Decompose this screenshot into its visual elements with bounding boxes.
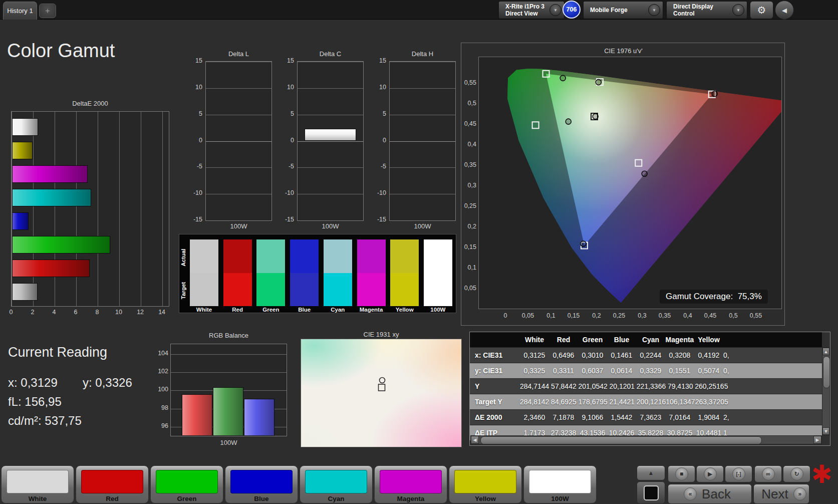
cell-value: 0,2244 <box>636 348 665 363</box>
actual-swatch <box>290 239 319 273</box>
scroll-thumb[interactable] <box>823 356 830 388</box>
refresh-icon: ↻ <box>790 467 803 480</box>
cie1976-y-tick: 0,45 <box>461 120 476 127</box>
pattern-button-red[interactable]: Red <box>76 465 149 503</box>
cell-value: 20,1201 <box>608 379 637 394</box>
cie1931-diagram <box>301 339 462 447</box>
pattern-swatch <box>529 470 591 493</box>
deltae2000-x-tick: 8 <box>91 309 103 316</box>
scroll-right-button[interactable]: ▶ <box>813 436 821 444</box>
cell-value: 0,0614 <box>607 363 636 378</box>
loop-button[interactable]: ∞ <box>754 465 782 482</box>
next-button[interactable]: Next» <box>753 484 809 504</box>
deltae2000-x-tick: 0 <box>5 309 17 316</box>
stop-button[interactable]: ■ <box>668 465 695 482</box>
cie1976-y-tick: 0,55 <box>461 79 476 86</box>
cie1931-markers <box>301 339 462 448</box>
scroll-up-button[interactable]: ▲ <box>822 348 829 355</box>
delta-y-tick: -10 <box>278 189 294 196</box>
pattern-button-100w[interactable]: 100W <box>523 465 597 503</box>
source-label: Mobile Forge <box>586 7 648 14</box>
cell-value-clipped: 0, <box>723 363 822 378</box>
scroll-thumb[interactable] <box>480 436 762 444</box>
table-horizontal-scrollbar[interactable]: ◀▶ <box>470 435 822 444</box>
delta-y-tick: -5 <box>186 163 202 170</box>
meter-reading-badge: 706 <box>563 1 581 19</box>
pattern-button-white[interactable]: White <box>1 465 74 503</box>
cie1976-y-tick: 0,3 <box>461 182 476 189</box>
cell-value: 7,1878 <box>549 410 578 425</box>
table-row: ΔE 20002,34607,18789,10661,54427,36237,0… <box>470 409 822 425</box>
delta-x-label: 100W <box>297 222 364 230</box>
step-button[interactable]: [-] <box>725 465 752 482</box>
cell-value: 201,0542 <box>578 379 607 394</box>
actual-swatch <box>357 239 386 273</box>
display-control-label: Direct Display Control <box>669 3 732 18</box>
pattern-window-button[interactable]: ■ <box>637 481 665 504</box>
swatch-column-blue: Blue <box>290 234 319 314</box>
table-row: Y284,714457,8442201,054220,1201221,33667… <box>470 378 822 394</box>
rgb-y-tick: 96 <box>153 422 168 429</box>
chevron-down-icon[interactable]: ▼ <box>549 4 562 16</box>
actual-row-label: Actual <box>180 242 186 273</box>
delta-y-tick: 10 <box>278 84 294 91</box>
deltae-bar-white <box>12 283 38 301</box>
chevron-up-icon: ▲ <box>648 469 654 476</box>
source-dropdown[interactable]: Mobile Forge ▼ <box>583 1 663 19</box>
gridline <box>206 220 271 221</box>
cell-value: 84,6925 <box>549 394 578 409</box>
pattern-button-blue[interactable]: Blue <box>225 465 298 503</box>
cie1976-x-tick: 0,5 <box>723 312 743 319</box>
rgb-balance-x-label: 100W <box>170 439 287 446</box>
swatch-label: Magenta <box>352 307 391 313</box>
cell-value: 0,4192 <box>694 348 723 363</box>
page-title: Color Gamut <box>7 40 115 62</box>
delta-y-tick: 5 <box>278 110 294 117</box>
table-vertical-scrollbar[interactable]: ▲▼ <box>822 347 830 435</box>
add-tab-button[interactable]: + <box>39 4 56 18</box>
pattern-button-yellow[interactable]: Yellow <box>449 465 522 503</box>
actual-swatch <box>424 239 452 273</box>
actual-swatch <box>190 239 218 273</box>
gridline <box>98 112 98 306</box>
back-button[interactable]: «Back <box>668 484 752 504</box>
deltae2000-title: DeltaE 2000 <box>10 100 170 107</box>
cell-value: 7,0164 <box>665 410 694 425</box>
cell-value: 0,6496 <box>549 348 578 363</box>
cie1976-svg <box>479 57 781 309</box>
gridline <box>298 141 363 142</box>
pattern-button-green[interactable]: Green <box>150 465 223 503</box>
display-control-dropdown[interactable]: Direct Display Control ▼ <box>666 1 747 19</box>
cell-value: 0,3125 <box>520 348 549 363</box>
scroll-left-button[interactable]: ◀ <box>471 436 479 444</box>
swatch-label: White <box>185 307 223 313</box>
chevron-down-icon[interactable]: ▼ <box>732 4 744 16</box>
pattern-label: Red <box>76 495 148 502</box>
deltae-bar-magenta <box>12 165 88 183</box>
settings-button[interactable]: ⚙ <box>750 1 773 19</box>
scroll-down-button[interactable]: ▼ <box>822 427 829 435</box>
deltae-bar-yellow <box>12 142 33 159</box>
gridline <box>298 220 363 221</box>
gridline <box>390 62 455 62</box>
meter-dropdown[interactable]: X-Rite i1Pro 3Direct View ▼ <box>498 1 565 19</box>
chevron-down-icon[interactable]: ▼ <box>648 4 660 16</box>
cie1976-y-tick: 0,4 <box>461 141 476 148</box>
deltae-bar-green <box>12 236 110 254</box>
pattern-button-cyan[interactable]: Cyan <box>300 465 373 503</box>
table-row: x: CIE310,31250,64960,30100,14610,22440,… <box>470 347 822 363</box>
pattern-swatch <box>156 470 218 493</box>
refresh-button[interactable]: ↻ <box>783 465 810 482</box>
pattern-up-button[interactable]: ▲ <box>637 465 665 480</box>
collapse-panel-button[interactable]: ◀ <box>775 1 794 20</box>
delta-y-tick: -15 <box>278 216 294 223</box>
pattern-swatch <box>454 470 516 493</box>
tab-history-1[interactable]: History 1 <box>3 2 37 20</box>
play-button[interactable]: ▶ <box>696 465 724 482</box>
pattern-button-magenta[interactable]: Magenta <box>374 465 447 503</box>
cell-value-clipped: 2, <box>723 410 822 425</box>
column-header: Magenta <box>665 332 694 347</box>
measured-marker-white <box>593 114 598 119</box>
measured-marker-magenta <box>642 171 647 176</box>
rgb-balance-title: RGB Balance <box>170 332 287 339</box>
